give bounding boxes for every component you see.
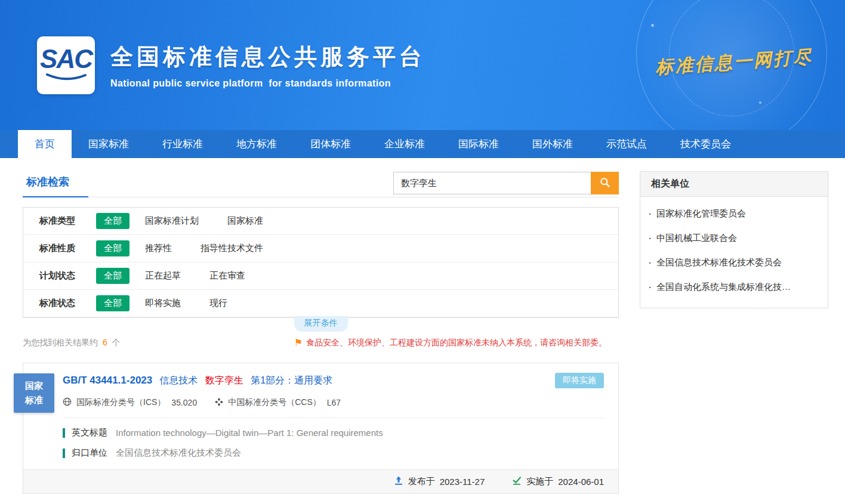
nav-item-technical-committee[interactable]: 技术委员会 (664, 130, 748, 158)
filter-option[interactable]: 推荐性 (145, 243, 172, 254)
system-notice: ⚑ 食品安全、环境保护、工程建设方面的国家标准未纳入本系统，请咨询相关部委。 (294, 338, 607, 348)
related-units-panel: 相关单位 国家标准化管理委员会 中国机械工业联合会 全国信息技术标准化技术委员会… (640, 171, 828, 308)
site-header: SAC 全国标准信息公共服务平台 National public service… (0, 0, 845, 130)
filter-option[interactable]: 指导性技术文件 (201, 243, 263, 254)
nav-item-industry-standards[interactable]: 行业标准 (146, 130, 220, 158)
card-meta-row: 国际标准分类号（ICS） 35.020 中国标准分类号（CCS） L67 (63, 397, 604, 418)
title-segment: 信息技术 (159, 375, 198, 385)
filter-option[interactable]: 国家标准计划 (145, 215, 199, 227)
notice-text: 食品安全、环境保护、工程建设方面的国家标准未纳入本系统，请咨询相关部委。 (306, 338, 607, 348)
search-input[interactable] (393, 172, 591, 194)
published-item: 发布于 2023-11-27 (394, 476, 485, 487)
page: SAC 全国标准信息公共服务平台 National public service… (0, 0, 845, 504)
related-units-list: 国家标准化管理委员会 中国机械工业联合会 全国信息技术标准化技术委员会 全国自动… (640, 197, 828, 308)
site-title-block: 全国标准信息公共服务平台 National public service pla… (110, 42, 425, 89)
related-unit-link[interactable]: 中国机械工业联合会 (640, 226, 828, 251)
filter-row-standard-status: 标准状态 全部 即将实施 现行 (23, 290, 618, 317)
ccs-value: L67 (327, 398, 341, 407)
filter-label: 标准性质 (39, 243, 96, 254)
results-summary: 为您找到相关结果约 6 个 (23, 338, 121, 348)
filter-option[interactable]: 国家标准 (227, 215, 263, 227)
teal-bar-decoration (63, 428, 65, 438)
filter-label: 标准类型 (39, 215, 96, 227)
ics-label: 国际标准分类号（ICS） (76, 397, 165, 408)
published-date: 2023-11-27 (440, 477, 485, 487)
filter-label: 计划状态 (39, 270, 96, 282)
badge-line: 国家 (25, 379, 43, 393)
standard-code-link[interactable]: GB/T 43441.1-2023 (63, 375, 152, 386)
filter-all-button[interactable]: 全部 (96, 295, 129, 311)
results-count: 6 (103, 338, 107, 347)
filter-option[interactable]: 即将实施 (145, 298, 181, 309)
search-button[interactable] (591, 172, 619, 194)
nav-item-foreign-standards[interactable]: 国外标准 (516, 130, 590, 158)
classification-icon (215, 398, 223, 408)
implemented-date: 2024-06-01 (558, 477, 604, 487)
related-unit-link[interactable]: 国家标准化管理委员会 (640, 202, 828, 226)
filter-row-type: 标准类型 全部 国家标准计划 国家标准 (23, 208, 618, 235)
sac-logo-text: SAC (40, 46, 92, 72)
nav-item-local-standards[interactable]: 地方标准 (220, 130, 294, 158)
filter-all-button[interactable]: 全部 (96, 213, 129, 229)
standard-title-link[interactable]: 信息技术 数字孪生 第1部分：通用要求 (159, 375, 337, 387)
upload-icon (394, 476, 403, 487)
filter-label: 标准状态 (39, 298, 96, 309)
filter-panel: 标准类型 全部 国家标准计划 国家标准 标准性质 全部 推荐性 指导性技术文件 … (23, 207, 619, 318)
sac-logo[interactable]: SAC (37, 36, 95, 94)
filter-all-button[interactable]: 全部 (96, 268, 129, 284)
nav-item-enterprise-standards[interactable]: 企业标准 (368, 130, 442, 158)
status-badge: 即将实施 (555, 373, 604, 388)
main-nav: 首页 国家标准 行业标准 地方标准 团体标准 企业标准 国际标准 国外标准 示范… (0, 130, 845, 158)
title-segment: 第1部分：通用要求 (251, 375, 332, 385)
standard-result-card: 国家 标准 GB/T 43441.1-2023 信息技术 数字孪生 第1部分：通… (23, 363, 619, 494)
nav-item-group-standards[interactable]: 团体标准 (294, 130, 368, 158)
logo-swoosh-icon (45, 73, 88, 84)
filter-option[interactable]: 正在审查 (209, 270, 245, 282)
ccs-group: 中国标准分类号（CCS） L67 (215, 397, 341, 408)
globe-icon (63, 397, 72, 408)
dot-decoration (759, 101, 761, 104)
english-title-row: 英文标题 Information technology—Digital twin… (63, 427, 604, 438)
expand-conditions-button[interactable]: 展开条件 (294, 316, 348, 332)
teal-bar-decoration (63, 449, 65, 458)
national-standard-badge: 国家 标准 (14, 373, 54, 413)
ics-group: 国际标准分类号（ICS） 35.020 (63, 397, 197, 408)
nav-item-pilot[interactable]: 示范试点 (590, 130, 664, 158)
card-body: GB/T 43441.1-2023 信息技术 数字孪生 第1部分：通用要求 即将… (23, 363, 618, 469)
related-units-title: 相关单位 (640, 172, 828, 197)
detail-value: 全国信息技术标准化技术委员会 (116, 447, 241, 459)
tab-standard-search[interactable]: 标准检索 (23, 171, 88, 197)
filter-option[interactable]: 正在起草 (145, 270, 181, 282)
badge-line: 标准 (25, 393, 43, 407)
related-unit-link[interactable]: 全国自动化系统与集成标准化技… (640, 275, 828, 299)
committee-row: 归口单位 全国信息技术标准化技术委员会 (63, 447, 604, 459)
card-title-row: GB/T 43441.1-2023 信息技术 数字孪生 第1部分：通用要求 即将… (63, 373, 604, 388)
published-label: 发布于 (408, 476, 435, 487)
ics-value: 35.020 (171, 398, 197, 407)
filter-row-nature: 标准性质 全部 推荐性 指导性技术文件 (23, 235, 618, 262)
related-unit-link[interactable]: 全国信息技术标准化技术委员会 (640, 251, 828, 275)
ccs-label: 中国标准分类号（CCS） (228, 397, 321, 408)
implemented-label: 实施于 (526, 476, 553, 487)
flag-icon: ⚑ (294, 338, 303, 348)
filter-all-button[interactable]: 全部 (96, 240, 129, 256)
filter-option[interactable]: 现行 (209, 298, 227, 309)
summary-suffix: 个 (112, 338, 121, 347)
title-highlight: 数字孪生 (205, 375, 243, 385)
detail-label: 归口单位 (72, 447, 107, 459)
search-box (393, 172, 619, 194)
site-subtitle: National public service platform for sta… (110, 78, 425, 89)
nav-item-home[interactable]: 首页 (18, 130, 72, 158)
check-icon (512, 476, 522, 487)
detail-value: Information technology—Digital twin—Part… (116, 428, 383, 438)
nav-item-international-standards[interactable]: 国际标准 (442, 130, 516, 158)
search-section: 标准检索 (23, 171, 619, 197)
implemented-item: 实施于 2024-06-01 (512, 476, 604, 487)
card-footer: 发布于 2023-11-27 实施于 2024-06-01 (23, 469, 618, 493)
summary-prefix: 为您找到相关结果约 (23, 338, 98, 347)
detail-label: 英文标题 (72, 427, 107, 438)
results-summary-row: 为您找到相关结果约 6 个 ⚑ 食品安全、环境保护、工程建设方面的国家标准未纳入… (23, 338, 619, 348)
filter-row-plan-status: 计划状态 全部 正在起草 正在审查 (23, 262, 618, 290)
site-title: 全国标准信息公共服务平台 (110, 42, 425, 72)
nav-item-national-standards[interactable]: 国家标准 (72, 130, 146, 158)
